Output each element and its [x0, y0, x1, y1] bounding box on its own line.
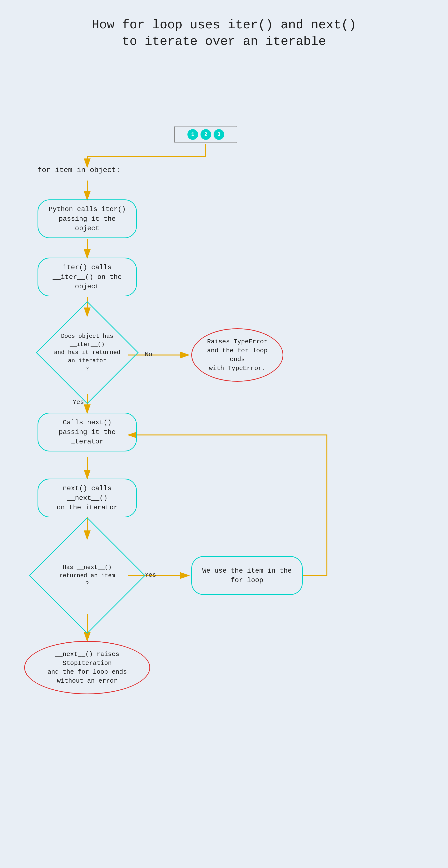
has-iter-diamond-wrapper: Does object has __iter__() and has it re… [37, 311, 137, 394]
for-loop-label: for item in object: [37, 166, 120, 174]
use-item-box: We use the item in the for loop [191, 556, 303, 595]
flowchart: 1 2 3 for item in object: Python calls i… [0, 64, 448, 864]
has-next-diamond-wrapper: Has __next__() returned an item ? [25, 534, 149, 617]
page-title: How for loop uses iter() and next() to i… [0, 10, 448, 50]
arrows-svg [0, 64, 448, 868]
no-label-1: No [145, 351, 152, 358]
has-iter-diamond [36, 301, 138, 404]
yes-label-1: Yes [73, 399, 84, 406]
stopiteration-oval: __next__() raises StopIteration and the … [24, 641, 150, 694]
calls-next-box: Calls next() passing it the iterator [37, 413, 137, 452]
python-calls-iter-box: Python calls iter() passing it the objec… [37, 199, 137, 238]
item-3: 3 [214, 129, 224, 140]
yes-label-2: Yes [145, 571, 156, 579]
item-2: 2 [200, 129, 211, 140]
page-container: How for loop uses iter() and next() to i… [0, 0, 448, 868]
item-1: 1 [187, 129, 198, 140]
has-next-diamond [29, 517, 146, 634]
iter-calls-dunder-box: iter() calls __iter__() on the object [37, 257, 137, 297]
next-calls-dunder-box: next() calls __next__() on the iterator [37, 478, 137, 517]
iterable-box: 1 2 3 [174, 126, 237, 143]
typeerror-oval: Raises TypeError and the for loop ends w… [191, 328, 283, 382]
